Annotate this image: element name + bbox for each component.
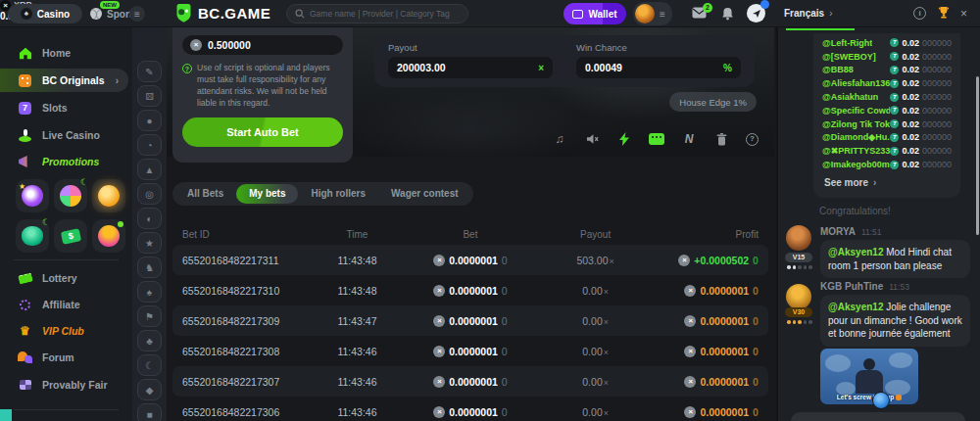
- payout-value: 200003.00: [397, 62, 446, 73]
- game-glyph: ●: [146, 116, 152, 126]
- sidebar-item-provably-fair[interactable]: Provably Fair: [0, 373, 132, 397]
- hotkeys-keyboard-icon[interactable]: [649, 131, 664, 147]
- promo-tile-wheel[interactable]: [54, 179, 87, 212]
- user-mention[interactable]: @Aksyen12: [828, 247, 883, 257]
- support-widget[interactable]: [0, 409, 12, 421]
- chat-avatar[interactable]: [786, 284, 811, 309]
- sidebar-item-vip-club[interactable]: VIP Club: [0, 319, 132, 343]
- promo-tile-spin[interactable]: [16, 179, 49, 212]
- game-glyph: ☾: [145, 360, 154, 371]
- sidebar-label: Lottery: [42, 272, 77, 284]
- bet-amount-input[interactable]: 0.500000: [182, 35, 343, 55]
- game-nav-icon-7[interactable]: ◐: [137, 208, 162, 229]
- chat-gif-attachment[interactable]: Let's screw this up: [820, 349, 918, 404]
- chat-avatar[interactable]: [786, 225, 811, 251]
- chat-input[interactable]: [791, 412, 965, 421]
- promo-tile-cash[interactable]: [54, 219, 87, 253]
- wallet-icon: [572, 10, 583, 19]
- sidebar-item-forum[interactable]: Forum: [0, 346, 132, 369]
- tab-my-bets[interactable]: My bets: [236, 184, 298, 204]
- trends-icon[interactable]: N: [681, 131, 697, 147]
- brand-logo[interactable]: BC.GAME: [174, 3, 270, 23]
- tether-coin-icon: [890, 38, 899, 47]
- sidebar-item-slots[interactable]: 7 Slots: [0, 96, 132, 119]
- game-nav-icon-14[interactable]: ◆: [137, 379, 162, 400]
- rain-row: @✖PRITTYS233✖0.02000000: [813, 144, 960, 158]
- payout-input[interactable]: 200003.00 ×: [388, 57, 553, 78]
- sidebar-item-affiliate[interactable]: Affiliate: [0, 293, 132, 316]
- sidebar-item-bc-originals[interactable]: BC Originals: [0, 69, 128, 92]
- chat-badge: [760, 0, 769, 9]
- table-row[interactable]: 65520168482217311 11:43:48 0.00000010 50…: [172, 245, 768, 275]
- wallet-label: Wallet: [588, 9, 616, 20]
- info-icon[interactable]: [913, 7, 926, 20]
- game-nav-icon-12[interactable]: ♣: [137, 330, 162, 351]
- chat-message[interactable]: @Aksyen12 Mod Hindi chat room 1 person b…: [820, 240, 970, 278]
- game-nav-icon-15[interactable]: ■: [137, 403, 162, 421]
- start-auto-bet-button[interactable]: Start Auto Bet: [182, 117, 343, 147]
- game-nav-icon-1[interactable]: ✎: [137, 61, 162, 82]
- emoji-reaction[interactable]: [872, 392, 890, 409]
- turbo-bolt-icon[interactable]: [616, 131, 632, 147]
- casino-toggle[interactable]: Casino: [8, 4, 82, 23]
- house-edge-pill: House Edge 1%: [669, 92, 757, 112]
- help-icon[interactable]: ?: [746, 133, 759, 146]
- clear-trash-icon[interactable]: [713, 131, 729, 147]
- crescent-badge-icon: [80, 177, 88, 187]
- close-icon[interactable]: [960, 7, 976, 22]
- inbox-button[interactable]: 2: [692, 7, 708, 22]
- table-row[interactable]: 65520168482217310 11:43:48 0.00000010 0.…: [172, 275, 768, 305]
- profile-menu[interactable]: [633, 2, 672, 25]
- vip-progress-dots: [787, 265, 812, 269]
- xrp-coin-icon: [433, 406, 445, 418]
- table-row[interactable]: 65520168482217307 11:43:46 0.00000010 0.…: [172, 366, 768, 397]
- game-nav-icon-10[interactable]: ♠: [137, 281, 162, 303]
- rain-row: @Left-Right0.02000000: [813, 36, 960, 50]
- win-chance-input[interactable]: 0.00049 %: [576, 57, 741, 78]
- sidebar-item-lottery[interactable]: Lottery: [0, 266, 132, 290]
- script-disclaimer: Use of script is optional and players mu…: [182, 63, 343, 109]
- game-glyph: ◆: [146, 385, 154, 396]
- game-nav-icon-9[interactable]: ♞: [137, 257, 162, 278]
- chat-timestamp: 11:53: [889, 282, 909, 292]
- wallet-button[interactable]: Wallet: [564, 3, 626, 24]
- tournament-button[interactable]: [937, 6, 953, 21]
- game-nav-icon-8[interactable]: ★: [137, 232, 162, 254]
- promo-tile-piggy[interactable]: [92, 179, 125, 212]
- table-row[interactable]: 65520168482217308 11:43:46 0.00000010 0.…: [172, 336, 768, 366]
- search-input[interactable]: [310, 9, 457, 19]
- menu-button[interactable]: [129, 6, 145, 22]
- user-mention[interactable]: @Aksyen12: [828, 302, 883, 312]
- see-more-link[interactable]: See more: [813, 171, 960, 188]
- coin-person-icon: [98, 225, 120, 247]
- sidebar-item-promotions[interactable]: Promotions: [0, 150, 132, 173]
- game-nav-icon-2[interactable]: ⚄: [137, 85, 162, 107]
- table-row[interactable]: 65520168482217306 11:43:46 0.00000010 0.…: [172, 397, 768, 421]
- game-nav-icon-6[interactable]: ◎: [137, 183, 162, 205]
- chat-scrollbar[interactable]: [976, 76, 979, 235]
- promo-tile-pet[interactable]: [16, 219, 49, 253]
- language-chevron-icon[interactable]: [829, 7, 845, 22]
- chat-toggle-button[interactable]: [747, 4, 765, 23]
- sidebar-item-live-casino[interactable]: Live Casino: [0, 123, 132, 147]
- game-nav-icon-5[interactable]: ▲: [137, 159, 162, 180]
- game-nav-icon-3[interactable]: ●: [137, 110, 162, 131]
- crown-icon: [18, 324, 32, 339]
- tab-all-bets[interactable]: All Bets: [174, 184, 236, 204]
- language-selector[interactable]: Français: [784, 8, 824, 19]
- notifications-button[interactable]: [721, 7, 737, 22]
- game-nav-icon-4[interactable]: ◔: [137, 134, 162, 156]
- game-search[interactable]: [286, 4, 468, 23]
- table-row[interactable]: 65520168482217309 11:43:47 0.00000010 0.…: [172, 305, 768, 336]
- game-nav-icon-11[interactable]: ⚑: [137, 305, 162, 327]
- chat-message[interactable]: @Aksyen12 Jolie challenge pour un dimanc…: [820, 295, 970, 347]
- tab-high-rollers[interactable]: High rollers: [298, 184, 378, 204]
- vip-level-badge: V30: [785, 307, 812, 317]
- list-icon: [660, 9, 665, 20]
- promo-tile-bonus[interactable]: [92, 219, 125, 253]
- game-nav-icon-13[interactable]: ☾: [137, 354, 162, 376]
- tab-wager-contest[interactable]: Wager contest: [378, 184, 471, 204]
- sound-icon[interactable]: [584, 131, 600, 147]
- sidebar-item-home[interactable]: Home: [0, 41, 132, 65]
- music-icon[interactable]: ♫: [552, 131, 567, 147]
